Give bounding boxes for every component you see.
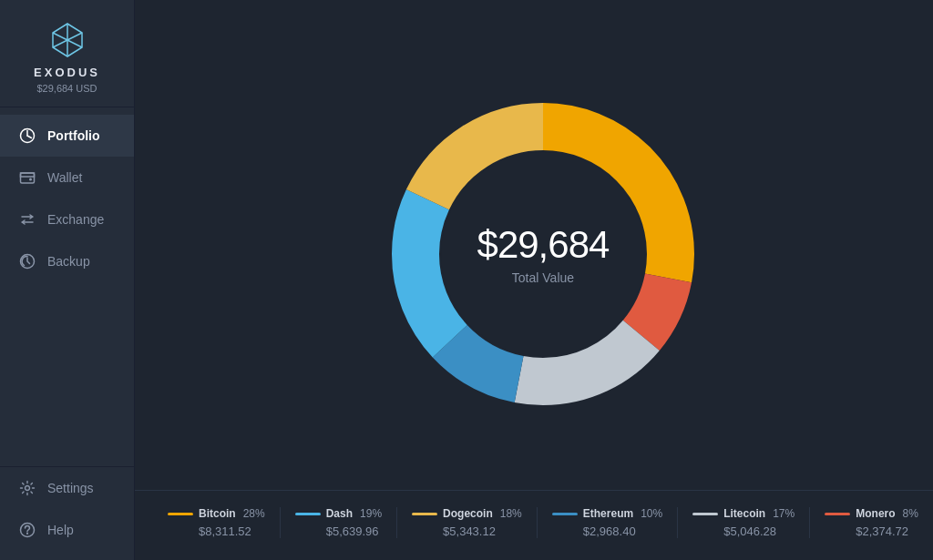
sidebar-item-wallet[interactable]: Wallet bbox=[0, 157, 134, 199]
sidebar-balance: $29,684 USD bbox=[36, 83, 97, 94]
legend-item-dash: Dash 19% $5,639.96 bbox=[281, 507, 397, 538]
legend-pct: 17% bbox=[773, 507, 795, 520]
sidebar: EXODUS $29,684 USD Portfolio bbox=[0, 0, 135, 560]
legend-value: $2,374.72 bbox=[856, 524, 908, 538]
brand-name: EXODUS bbox=[34, 66, 100, 79]
legend-name: Ethereum bbox=[583, 507, 633, 520]
legend-name-row: Litecoin 17% bbox=[692, 507, 795, 520]
sidebar-label-exchange: Exchange bbox=[47, 212, 104, 227]
wallet-icon bbox=[18, 168, 36, 187]
sidebar-label-settings: Settings bbox=[47, 481, 94, 495]
legend-value: $2,968.40 bbox=[583, 524, 636, 538]
legend-pct: 19% bbox=[360, 507, 382, 520]
legend-value: $5,046.28 bbox=[723, 524, 776, 538]
svg-rect-5 bbox=[21, 173, 35, 183]
legend-name: Dogecoin bbox=[443, 507, 493, 520]
sidebar-nav: Portfolio Wallet Exchange bbox=[0, 107, 134, 466]
sidebar-label-portfolio: Portfolio bbox=[47, 128, 100, 143]
legend-color-bar bbox=[168, 513, 193, 515]
exodus-logo-icon bbox=[47, 20, 87, 60]
legend-name-row: Ethereum 10% bbox=[552, 507, 662, 520]
portfolio-icon bbox=[18, 127, 36, 145]
legend-pct: 10% bbox=[641, 507, 662, 520]
legend-name-row: Monero 8% bbox=[825, 507, 918, 520]
legend-pct: 8% bbox=[903, 507, 918, 520]
sidebar-bottom-nav: Settings Help bbox=[0, 466, 134, 560]
sidebar-label-help: Help bbox=[47, 523, 74, 537]
sidebar-label-wallet: Wallet bbox=[47, 170, 82, 185]
legend-item-ethereum: Ethereum 10% $2,968.40 bbox=[538, 507, 678, 538]
exchange-icon bbox=[18, 210, 36, 229]
legend-name: Litecoin bbox=[723, 507, 765, 520]
sidebar-item-exchange[interactable]: Exchange bbox=[0, 199, 134, 240]
sidebar-label-backup: Backup bbox=[47, 254, 90, 269]
legend-color-bar bbox=[825, 513, 850, 515]
legend-name-row: Bitcoin 28% bbox=[168, 507, 265, 520]
sidebar-item-settings[interactable]: Settings bbox=[0, 467, 134, 509]
donut-center-text: $29,684 Total Value bbox=[477, 223, 610, 285]
legend-color-bar bbox=[295, 513, 321, 515]
legend-name: Bitcoin bbox=[199, 507, 236, 520]
settings-icon bbox=[18, 479, 36, 497]
svg-point-9 bbox=[26, 486, 30, 491]
legend-color-bar bbox=[412, 513, 437, 515]
sidebar-item-backup[interactable]: Backup bbox=[0, 240, 134, 282]
legend-value: $8,311.52 bbox=[199, 524, 251, 538]
chart-area: $29,684 Total Value bbox=[135, 0, 933, 490]
svg-rect-6 bbox=[21, 173, 35, 177]
legend-item-dogecoin: Dogecoin 18% $5,343.12 bbox=[397, 507, 538, 538]
sidebar-item-portfolio[interactable]: Portfolio bbox=[0, 115, 134, 157]
help-icon bbox=[18, 521, 36, 539]
legend-pct: 28% bbox=[243, 507, 265, 520]
legend-color-bar bbox=[552, 513, 578, 515]
legend-color-bar bbox=[692, 513, 718, 515]
legend: Bitcoin 28% $8,311.52 Dash 19% $5,639.96… bbox=[135, 490, 933, 560]
sidebar-logo: EXODUS $29,684 USD bbox=[0, 0, 134, 107]
legend-value: $5,343.12 bbox=[443, 524, 496, 538]
sidebar-item-help[interactable]: Help bbox=[0, 509, 134, 551]
legend-value: $5,639.96 bbox=[326, 524, 379, 538]
legend-name: Dash bbox=[326, 507, 353, 520]
total-value-label: Total Value bbox=[477, 270, 610, 285]
donut-chart: $29,684 Total Value bbox=[379, 90, 707, 418]
legend-name-row: Dogecoin 18% bbox=[412, 507, 522, 520]
legend-pct: 18% bbox=[500, 507, 522, 520]
legend-item-bitcoin: Bitcoin 28% $8,311.52 bbox=[153, 507, 281, 538]
main-content: $29,684 Total Value Bitcoin 28% $8,311.5… bbox=[135, 0, 933, 560]
backup-icon bbox=[18, 252, 36, 270]
legend-name: Monero bbox=[856, 507, 895, 520]
svg-point-7 bbox=[29, 178, 32, 181]
legend-item-monero: Monero 8% $2,374.72 bbox=[810, 507, 933, 538]
legend-item-litecoin: Litecoin 17% $5,046.28 bbox=[678, 507, 810, 538]
total-value-display: $29,684 bbox=[477, 223, 610, 267]
legend-name-row: Dash 19% bbox=[295, 507, 382, 520]
